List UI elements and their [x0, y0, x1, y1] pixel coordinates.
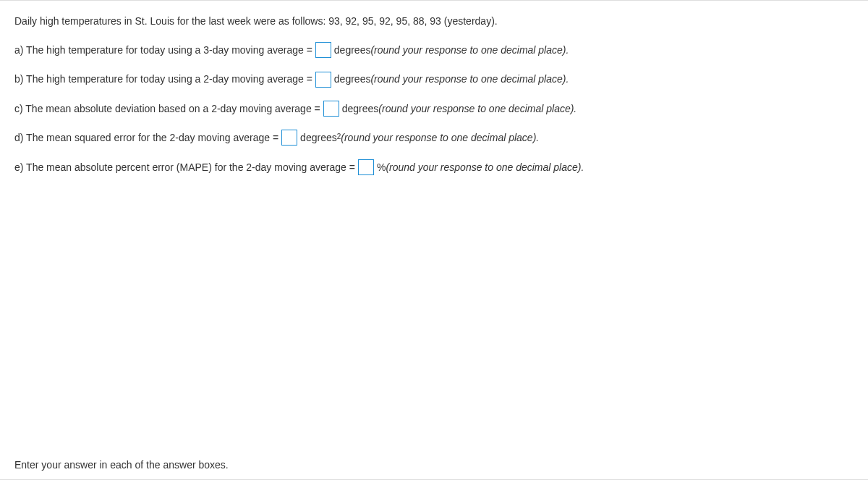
- question-e-prefix: e) The mean absolute percent error (MAPE…: [14, 159, 355, 175]
- question-c: c) The mean absolute deviation based on …: [14, 101, 854, 117]
- question-b: b) The high temperature for today using …: [14, 71, 854, 87]
- answer-input-b[interactable]: [315, 72, 331, 88]
- question-d: d) The mean squared error for the 2-day …: [14, 130, 854, 146]
- question-c-hint: (round your response to one decimal plac…: [378, 101, 576, 117]
- question-a-unit: degrees: [334, 42, 371, 58]
- question-e-hint: (round your response to one decimal plac…: [386, 159, 584, 175]
- answer-input-d[interactable]: [281, 130, 297, 146]
- question-b-unit: degrees: [334, 71, 371, 87]
- footer-instruction: Enter your answer in each of the answer …: [14, 459, 229, 471]
- question-d-unit-base: degrees: [300, 130, 337, 146]
- answer-input-a[interactable]: [315, 42, 331, 58]
- question-panel: Daily high temperatures in St. Louis for…: [0, 0, 868, 480]
- question-d-prefix: d) The mean squared error for the 2-day …: [14, 130, 278, 146]
- intro-text: Daily high temperatures in St. Louis for…: [14, 14, 854, 29]
- question-b-hint: (round your response to one decimal plac…: [370, 71, 569, 87]
- question-e: e) The mean absolute percent error (MAPE…: [14, 159, 854, 175]
- question-c-unit: degrees: [342, 101, 379, 117]
- question-a: a) The high temperature for today using …: [14, 42, 854, 58]
- answer-input-c[interactable]: [323, 101, 339, 117]
- question-a-hint: (round your response to one decimal plac…: [370, 42, 569, 58]
- question-e-unit: %: [377, 159, 386, 175]
- question-c-prefix: c) The mean absolute deviation based on …: [14, 101, 320, 117]
- question-d-hint: (round your response to one decimal plac…: [341, 130, 539, 146]
- question-a-prefix: a) The high temperature for today using …: [14, 42, 312, 58]
- question-b-prefix: b) The high temperature for today using …: [14, 71, 312, 87]
- answer-input-e[interactable]: [358, 159, 374, 175]
- question-d-unit-sup: 2: [337, 131, 341, 143]
